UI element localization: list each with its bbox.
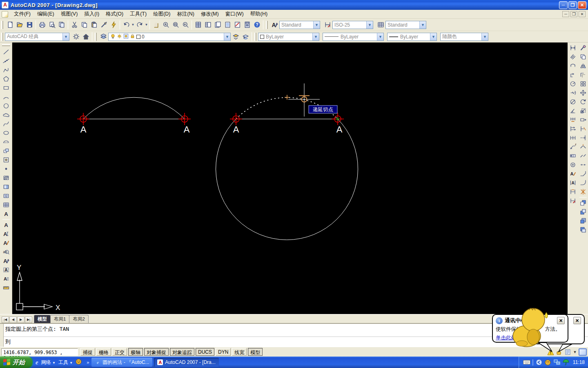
offset-icon[interactable] (579, 70, 588, 79)
taskbar-task-1[interactable]: AAutoCAD 2007 - [Dra... (154, 358, 218, 367)
ellipse-arc-icon[interactable] (2, 137, 11, 146)
tool-palettes-icon[interactable] (213, 20, 223, 30)
help-icon[interactable]: ? (252, 20, 262, 30)
open-file-icon[interactable] (15, 20, 24, 30)
region-icon[interactable] (2, 191, 11, 200)
keyboard-input-icon[interactable] (523, 359, 530, 366)
ellipse-icon[interactable] (2, 128, 11, 137)
taskbar-task-0[interactable]: e圆的画法 - 『AutoC... (91, 358, 152, 367)
workspace-combo[interactable]: AutoCAD 经典▼ (5, 33, 69, 41)
extend-icon[interactable] (579, 133, 588, 142)
rotate-icon[interactable] (579, 97, 588, 106)
designcenter-icon[interactable] (203, 20, 213, 30)
rectangle-icon[interactable] (2, 83, 11, 92)
spline-icon[interactable] (2, 119, 11, 128)
menu-item-10[interactable]: 帮助(H) (247, 10, 271, 18)
mirror-icon[interactable] (579, 61, 588, 70)
tray-app-icon[interactable] (544, 359, 552, 366)
convert-distance-icon[interactable] (2, 283, 11, 292)
zoom-realtime-icon[interactable] (161, 20, 171, 30)
dim-angular-icon[interactable] (568, 106, 577, 115)
dim-ordinate-icon[interactable] (568, 70, 577, 79)
quickcalc-icon[interactable] (242, 20, 252, 30)
plot-style-combo[interactable]: 随颜色▼ (440, 33, 488, 41)
dim-arc-length-icon[interactable] (568, 61, 577, 70)
make-object-layer-current-icon[interactable] (231, 32, 241, 42)
quick-dimension-icon[interactable] (568, 115, 577, 124)
send-to-back-icon[interactable] (579, 207, 588, 216)
array-icon[interactable] (579, 79, 588, 88)
layout-tab-1[interactable]: 布局1 (50, 315, 69, 323)
toolbar-grip[interactable] (254, 33, 256, 41)
dim-continue-icon[interactable] (568, 133, 577, 142)
copy-icon[interactable] (79, 20, 89, 30)
table-style-combo[interactable]: Standard▼ (385, 21, 426, 29)
cut-icon[interactable] (69, 20, 79, 30)
join-icon[interactable] (579, 160, 588, 169)
copy-object-icon[interactable] (579, 52, 588, 61)
my-workspace-icon[interactable] (81, 32, 91, 42)
layer-combo[interactable]: 0 ▼ (108, 33, 231, 41)
new-file-icon[interactable] (5, 20, 15, 30)
workspace-settings-icon[interactable] (71, 32, 81, 42)
toolbar-grip[interactable] (1, 21, 3, 29)
move-icon[interactable] (579, 88, 588, 97)
status-toggle-正交[interactable]: 正交 (112, 348, 127, 356)
plot-preview-icon[interactable] (47, 20, 57, 30)
menu-item-0[interactable]: 文件(F) (11, 10, 34, 18)
circle-icon[interactable] (2, 101, 11, 110)
mdi-minimize-button[interactable]: ─ (562, 11, 569, 17)
network-menu[interactable]: 网络 ▼ (41, 359, 56, 366)
gradient-icon[interactable] (2, 182, 11, 191)
zoom-window-icon[interactable] (171, 20, 180, 30)
text-style-mgr-icon[interactable]: A (2, 256, 11, 265)
dim-style-manager-icon[interactable] (323, 20, 332, 30)
status-toggle-捕捉[interactable]: 捕捉 (80, 348, 95, 356)
hatch-icon[interactable] (2, 173, 11, 182)
minimize-button[interactable]: ─ (559, 1, 568, 9)
mdi-restore-button[interactable]: ❐ (570, 11, 577, 17)
point-icon[interactable] (2, 164, 11, 173)
redo-icon[interactable] (135, 20, 145, 30)
menu-item-4[interactable]: 格式(O) (102, 10, 127, 18)
chamfer-icon[interactable] (579, 169, 588, 178)
layout-tab-2[interactable]: 布局2 (69, 315, 88, 323)
explode-icon[interactable] (579, 187, 588, 196)
save-icon[interactable] (24, 20, 34, 30)
toolbar-grip[interactable] (95, 33, 97, 41)
text-style-manager-icon[interactable]: A (270, 20, 279, 30)
dim-diameter-icon[interactable] (568, 97, 577, 106)
publish-icon[interactable] (57, 20, 67, 30)
sheetset-manager-icon[interactable] (223, 20, 232, 30)
justify-text-icon[interactable]: A (2, 274, 11, 283)
bring-to-front-icon[interactable] (579, 198, 588, 207)
dim-aligned-icon[interactable] (568, 52, 577, 61)
color-combo[interactable]: ByLayer▼ (258, 33, 319, 41)
dim-jogged-icon[interactable] (568, 88, 577, 97)
dim-update-icon[interactable] (568, 187, 577, 196)
block-editor-icon[interactable] (109, 20, 118, 30)
fillet-icon[interactable] (579, 178, 588, 187)
find-replace-icon[interactable]: ab (2, 247, 11, 256)
quicklaunch-overflow-chevron[interactable]: » (87, 360, 89, 365)
mdi-close-button[interactable]: ✕ (579, 11, 586, 17)
properties-icon[interactable] (193, 20, 203, 30)
tab-last-button[interactable]: ▶| (25, 316, 32, 323)
multiline-text-icon[interactable]: A (2, 220, 11, 229)
match-properties-icon[interactable] (99, 20, 109, 30)
tools-menu[interactable]: 工具 ▼ (58, 359, 73, 366)
layout-tab-0[interactable]: 模型 (34, 315, 51, 323)
tab-first-button[interactable]: |◀ (2, 316, 9, 323)
break-icon[interactable] (579, 151, 588, 160)
toolbar-grip[interactable] (266, 21, 268, 29)
antivirus-quicklaunch-icon[interactable] (76, 359, 82, 366)
balloon-close-button[interactable]: ✕ (557, 317, 565, 324)
lineweight-combo[interactable]: ByLayer▼ (387, 33, 437, 41)
paste-icon[interactable] (89, 20, 99, 30)
edit-text-icon[interactable]: A (2, 238, 11, 247)
menu-item-6[interactable]: 绘图(D) (150, 10, 174, 18)
status-toggle-极轴[interactable]: 极轴 (128, 348, 143, 356)
status-toggle-DUCS[interactable]: DUCS (196, 348, 214, 356)
markup-set-manager-icon[interactable] (232, 20, 242, 30)
status-toggle-栅格[interactable]: 栅格 (96, 348, 111, 356)
